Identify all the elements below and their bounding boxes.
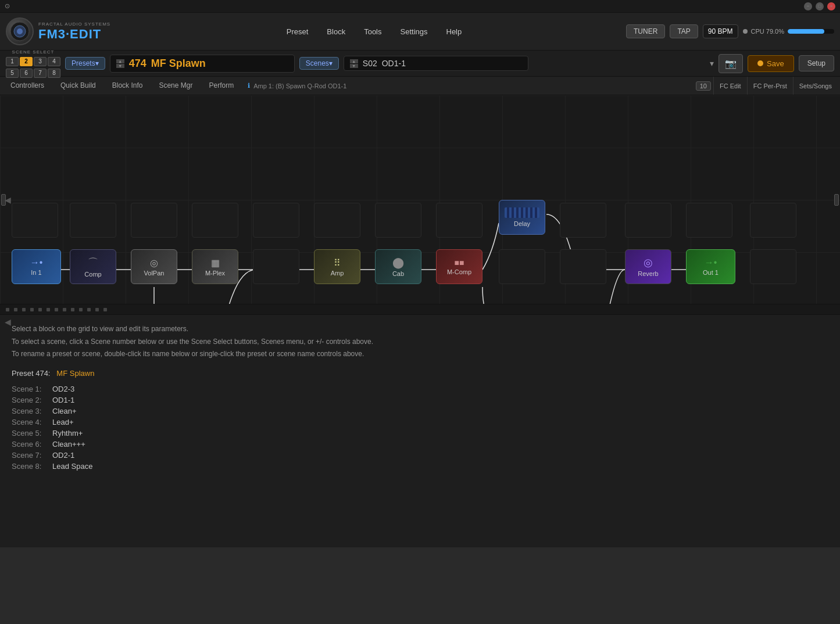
empty-block[interactable] <box>192 203 238 238</box>
empty-block[interactable] <box>499 249 545 284</box>
info-panel-expand[interactable]: ◀ <box>5 317 11 327</box>
preset-info-name[interactable]: MF Splawn <box>56 369 94 378</box>
empty-block[interactable] <box>560 203 606 238</box>
setup-button[interactable]: Setup <box>799 55 834 71</box>
minimize-button[interactable]: − <box>804 2 812 10</box>
header: FRACTAL AUDIO SYSTEMS FM3·EDIT Preset Bl… <box>0 13 840 51</box>
tab-controllers[interactable]: Controllers <box>2 77 52 95</box>
scene-btn-3[interactable]: 3 <box>34 57 47 66</box>
preset-name[interactable]: MF Splawn <box>151 58 206 70</box>
preset-number: 474 <box>129 58 146 70</box>
tap-button[interactable]: TAP <box>670 24 698 38</box>
scene-btn-1[interactable]: 1 <box>6 57 19 66</box>
right-scroll-handle[interactable] <box>834 194 839 206</box>
bpm-display[interactable]: 90 BPM <box>703 24 738 38</box>
nav-settings[interactable]: Settings <box>397 25 431 38</box>
count-badge: 10 <box>696 81 711 91</box>
block-amp[interactable]: ⠿ Amp <box>314 249 360 284</box>
block-cab[interactable]: ⬤ Cab <box>375 249 421 284</box>
empty-block[interactable] <box>70 203 116 238</box>
scene-up-arrow[interactable]: ▲ <box>350 59 358 63</box>
block-reverb-label: Reverb <box>638 270 658 277</box>
scroll-tick <box>47 308 50 311</box>
camera-button[interactable]: 📷 <box>719 54 743 73</box>
scene-down-arrow[interactable]: ▼ <box>350 64 358 68</box>
empty-block[interactable] <box>253 203 299 238</box>
empty-block[interactable] <box>131 203 177 238</box>
tuner-button[interactable]: TUNER <box>626 24 665 38</box>
nav-tools[interactable]: Tools <box>360 25 385 38</box>
empty-block[interactable] <box>686 203 732 238</box>
close-button[interactable]: × <box>827 2 835 10</box>
instruction-3: To rename a preset or scene, double-clic… <box>12 348 828 361</box>
block-in1[interactable]: →• In 1 <box>12 249 61 284</box>
block-mplex[interactable]: ▦ M-Plex <box>192 249 238 284</box>
scene-row-7: Scene 7: OD2-1 <box>12 450 828 461</box>
dropdown-expand-icon[interactable]: ▾ <box>710 59 714 68</box>
tab-block-info[interactable]: Block Info <box>104 77 151 95</box>
scene-row-8: Scene 8: Lead Space <box>12 461 828 472</box>
presets-dropdown[interactable]: Presets▾ <box>65 57 105 70</box>
tab-sets-songs[interactable]: Sets/Songs <box>793 77 838 95</box>
block-amp-label: Amp <box>331 270 344 277</box>
product-name: FM3·EDIT <box>38 27 110 42</box>
scene-8-label: Scene 8: <box>12 462 52 471</box>
scene-2-label: Scene 2: <box>12 396 52 404</box>
scene-5-value[interactable]: Ryhthm+ <box>52 429 83 437</box>
empty-block[interactable] <box>750 249 796 284</box>
scenes-list: Scene 1: OD2-3 Scene 2: OD1-1 Scene 3: C… <box>12 383 828 472</box>
scene-1-value[interactable]: OD2-3 <box>52 385 74 393</box>
scroll-tick <box>6 308 9 311</box>
preset-down-arrow[interactable]: ▼ <box>116 64 124 68</box>
scene-8-value[interactable]: Lead Space <box>52 462 92 471</box>
empty-block[interactable] <box>560 249 606 284</box>
scene-2-value[interactable]: OD1-1 <box>52 396 74 404</box>
scroll-tick <box>30 308 34 311</box>
empty-block[interactable] <box>375 203 421 238</box>
block-mcomp-label: M-Comp <box>447 268 471 275</box>
scene-row-6: Scene 6: Clean+++ <box>12 439 828 450</box>
maximize-button[interactable]: □ <box>816 2 824 10</box>
scene-btn-4[interactable]: 4 <box>48 57 60 66</box>
scenes-dropdown[interactable]: Scenes▾ <box>299 57 339 70</box>
tab-scene-mgr[interactable]: Scene Mgr <box>151 77 201 95</box>
empty-block[interactable] <box>314 203 360 238</box>
scroll-tick <box>14 308 17 311</box>
empty-block[interactable] <box>750 203 796 238</box>
nav-block[interactable]: Block <box>323 25 349 38</box>
block-out1[interactable]: →• Out 1 <box>686 249 735 284</box>
tab-perform[interactable]: Perform <box>201 77 242 95</box>
cpu-dot <box>743 29 748 34</box>
empty-block[interactable] <box>12 203 58 238</box>
tab-quick-build[interactable]: Quick Build <box>52 77 104 95</box>
empty-block[interactable] <box>253 249 299 284</box>
block-volpan[interactable]: ◎ VolPan <box>131 249 177 284</box>
scene-7-value[interactable]: OD2-1 <box>52 451 74 460</box>
scene-row-1: Scene 1: OD2-3 <box>12 383 828 395</box>
save-button[interactable]: Save <box>748 55 794 72</box>
instruction-1: Select a block on the grid to view and e… <box>12 323 828 336</box>
scene-arrows: ▲ ▼ <box>350 59 358 68</box>
panel-expand-icon[interactable]: ◀ <box>5 195 11 205</box>
block-reverb[interactable]: ◎ Reverb <box>625 249 671 284</box>
nav-preset[interactable]: Preset <box>283 25 312 38</box>
empty-block[interactable] <box>436 203 482 238</box>
scroll-tick <box>22 308 26 311</box>
block-delay[interactable]: Delay <box>499 200 545 235</box>
scene-3-value[interactable]: Clean+ <box>52 407 77 415</box>
block-mcomp[interactable]: ■■ M-Comp <box>436 249 482 284</box>
empty-block[interactable] <box>625 203 671 238</box>
scene-4-value[interactable]: Lead+ <box>52 418 74 426</box>
nav-help[interactable]: Help <box>443 25 466 38</box>
scene-row-3: Scene 3: Clean+ <box>12 406 828 417</box>
scene-btn-2[interactable]: 2 <box>20 57 33 66</box>
preset-up-arrow[interactable]: ▲ <box>116 59 124 63</box>
scene-name[interactable]: OD1-1 <box>382 59 406 68</box>
block-comp[interactable]: ⌒ Comp <box>70 249 116 284</box>
cpu-bar-fill <box>788 29 824 34</box>
scene-6-value[interactable]: Clean+++ <box>52 440 85 449</box>
tab-fc-edit[interactable]: FC Edit <box>713 77 747 95</box>
tab-fc-per-prst[interactable]: FC Per-Prst <box>747 77 793 95</box>
block-in1-label: In 1 <box>31 269 41 276</box>
save-indicator <box>757 60 763 66</box>
